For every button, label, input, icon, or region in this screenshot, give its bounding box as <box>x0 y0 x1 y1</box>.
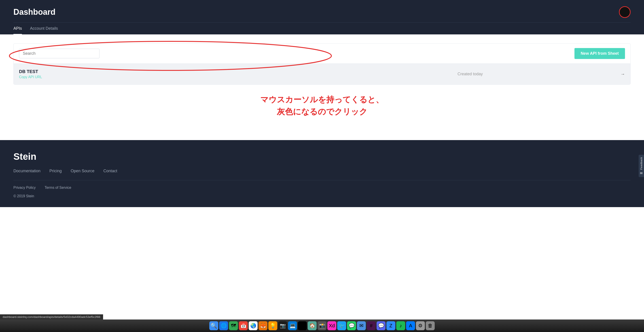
feedback-mail-icon: ✉ <box>640 171 643 175</box>
new-api-button[interactable]: New API from Sheet <box>574 48 625 59</box>
avatar[interactable] <box>619 6 630 18</box>
footer-link-documentation[interactable]: Documentation <box>14 169 40 173</box>
footer-link-contact[interactable]: Contact <box>103 169 117 173</box>
footer-link-opensource[interactable]: Open Source <box>71 169 94 173</box>
footer-privacy-policy[interactable]: Privacy Policy <box>14 186 36 190</box>
footer-divider <box>14 180 630 180</box>
main-content: New API from Sheet DB TEST Copy API URL … <box>0 34 644 140</box>
api-arrow-icon: → <box>620 71 625 77</box>
api-info: DB TEST Copy API URL <box>19 69 320 79</box>
feedback-label: Feedback <box>640 157 643 170</box>
copy-api-url[interactable]: Copy API URL <box>19 75 320 79</box>
footer-link-pricing[interactable]: Pricing <box>50 169 62 173</box>
annotation-area: マウスカーソルを持ってくると、 灰色になるのでクリック <box>14 85 630 131</box>
footer-legal: Privacy Policy Terms of Service <box>14 186 630 190</box>
header-nav: APIs Account Details <box>14 22 630 34</box>
search-row: New API from Sheet <box>14 43 630 64</box>
api-name: DB TEST <box>19 69 320 74</box>
feedback-sidebar[interactable]: Feedback ✉ <box>639 155 644 177</box>
page-title: Dashboard <box>14 7 56 17</box>
api-container: New API from Sheet DB TEST Copy API URL … <box>14 43 630 85</box>
api-row[interactable]: DB TEST Copy API URL Created today → <box>14 64 630 84</box>
footer-terms-of-service[interactable]: Terms of Service <box>45 186 71 190</box>
footer-copyright: © 2019 Stein <box>14 194 630 198</box>
header: Dashboard APIs Account Details <box>0 0 644 34</box>
footer: Stein Documentation Pricing Open Source … <box>0 140 644 207</box>
footer-links: Documentation Pricing Open Source Contac… <box>14 169 630 173</box>
search-input[interactable] <box>19 49 100 58</box>
nav-item-apis[interactable]: APIs <box>14 26 22 34</box>
header-top: Dashboard <box>14 6 630 22</box>
footer-brand: Stein <box>14 151 630 162</box>
api-created-date: Created today <box>320 72 620 76</box>
annotation-text: マウスカーソルを持ってくると、 灰色になるのでクリック <box>260 94 384 118</box>
api-container-wrapper: New API from Sheet DB TEST Copy API URL … <box>14 43 630 85</box>
nav-item-account[interactable]: Account Details <box>30 26 58 34</box>
